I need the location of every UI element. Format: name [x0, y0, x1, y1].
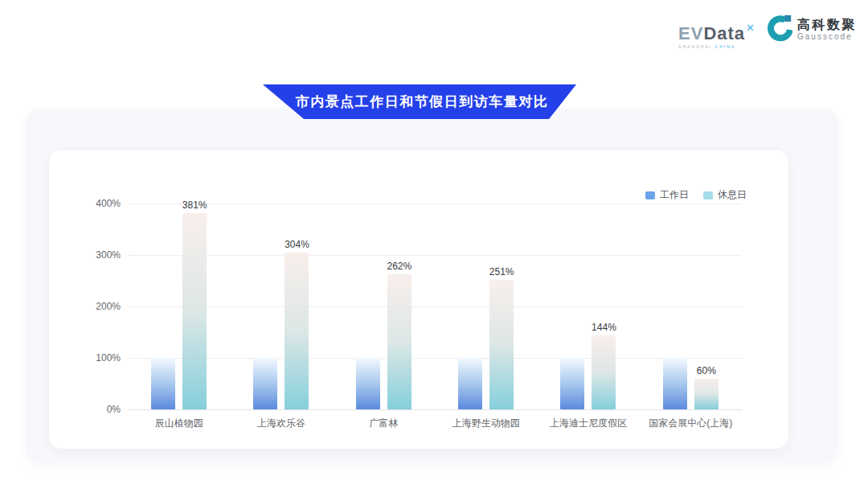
bar-workday	[663, 358, 687, 409]
bar-columns: 381%辰山植物园304%上海欢乐谷262%广富林251%上海野生动物园144%…	[128, 203, 742, 409]
evdata-x-icon: ✕	[746, 22, 755, 34]
y-axis-tick: 400%	[96, 198, 121, 209]
y-axis-tick: 0%	[107, 404, 121, 415]
bar-workday	[151, 358, 175, 409]
value-label: 262%	[387, 261, 411, 272]
bar-workday	[560, 358, 584, 409]
category-label: 上海野生动物园	[435, 417, 537, 430]
legend-item-workday[interactable]: 工作日	[645, 188, 689, 202]
gausscode-g-icon	[767, 13, 792, 45]
bar-restday: 262%	[387, 274, 411, 409]
legend-label-workday: 工作日	[660, 188, 689, 202]
value-label: 144%	[592, 322, 616, 333]
page-title: 市内景点工作日和节假日到访车量对比	[291, 92, 549, 111]
category-label: 广富林	[333, 417, 435, 430]
category-label: 上海迪士尼度假区	[537, 417, 639, 430]
legend-label-restday: 休息日	[718, 188, 747, 202]
bar-restday: 381%	[182, 213, 207, 409]
y-axis-tick: 200%	[96, 301, 121, 312]
legend-swatch-restday	[703, 191, 713, 199]
bar-workday	[458, 358, 482, 409]
chart-column: 144%上海迪士尼度假区	[537, 203, 639, 409]
evdata-wordmark: EVData✕	[678, 19, 755, 43]
bar-restday: 304%	[285, 253, 309, 409]
title-banner: 市内景点工作日和节假日到访车量对比	[263, 84, 576, 119]
chart-column: 304%上海欢乐谷	[230, 203, 332, 409]
plot-area: 0%100%200%300%400%381%辰山植物园304%上海欢乐谷262%…	[128, 203, 742, 409]
header-logos: EVData✕ SHANGHAI CHINA 高科数聚 Gausscode	[678, 13, 857, 49]
bar-restday: 251%	[489, 280, 514, 409]
gausscode-logo: 高科数聚 Gausscode	[767, 13, 857, 45]
bar-workday	[356, 358, 380, 409]
value-label: 304%	[285, 239, 309, 250]
chart-column: 381%辰山植物园	[128, 203, 230, 409]
chart-column: 262%广富林	[333, 203, 435, 409]
y-axis-tick: 100%	[96, 352, 121, 364]
evdata-logo: EVData✕ SHANGHAI CHINA	[678, 19, 755, 49]
gridline	[128, 409, 742, 410]
evdata-ev-text: EV	[678, 23, 703, 43]
gausscode-text: 高科数聚 Gausscode	[797, 18, 857, 41]
value-label: 60%	[697, 365, 716, 376]
evdata-subtitle: SHANGHAI CHINA	[678, 44, 755, 49]
chart-column: 251%上海野生动物园	[435, 203, 537, 409]
category-label: 辰山植物园	[128, 417, 230, 430]
chart-card: 工作日 休息日 0%100%200%300%400%381%辰山植物园304%上…	[48, 149, 789, 450]
category-label: 上海欢乐谷	[230, 417, 332, 430]
chart-legend: 工作日 休息日	[645, 188, 747, 202]
bar-restday: 144%	[592, 335, 616, 409]
bar-restday: 60%	[694, 379, 719, 409]
category-label: 国家会展中心(上海)	[640, 417, 742, 430]
gausscode-en-name: Gausscode	[797, 32, 857, 41]
evdata-data-text: Data	[703, 23, 745, 43]
value-label: 381%	[182, 199, 207, 211]
bar-workday	[253, 358, 277, 409]
evdata-sub-china: CHINA	[715, 44, 736, 49]
chart-column: 60%国家会展中心(上海)	[640, 203, 742, 409]
gausscode-cn-name: 高科数聚	[797, 18, 857, 31]
legend-item-restday[interactable]: 休息日	[703, 188, 747, 202]
legend-swatch-workday	[645, 191, 655, 199]
y-axis-tick: 300%	[96, 249, 121, 261]
value-label: 251%	[489, 266, 514, 277]
evdata-sub-shanghai: SHANGHAI	[678, 44, 712, 49]
